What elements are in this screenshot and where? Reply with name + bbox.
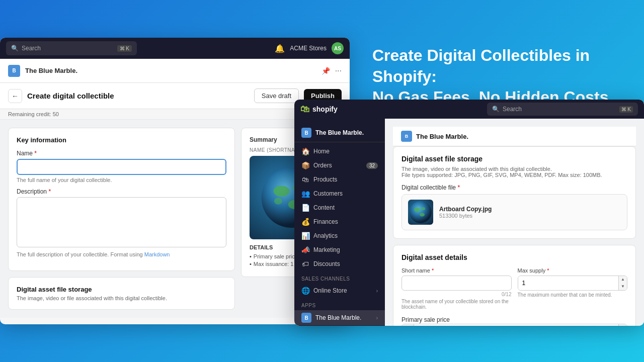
description-label-text: Description xyxy=(17,188,47,195)
front-window: 🛍 shopify 🔍 Search ⌘ K B The Blue Marble… xyxy=(294,100,644,326)
headline-section: Create Digital Collectibles in Shopify: … xyxy=(372,45,624,108)
back-search-bar[interactable]: 🔍 Search ⌘ K xyxy=(6,41,137,55)
analytics-icon: 📊 xyxy=(301,232,309,240)
front-main-scroll: Digital asset file storage The image, vi… xyxy=(393,146,636,326)
back-arrow-icon: ← xyxy=(12,92,19,100)
svg-point-4 xyxy=(274,198,282,204)
max-supply-decrement[interactable]: ▼ xyxy=(619,283,627,290)
store-name-label: ACME Stores xyxy=(290,45,327,52)
pin-icon: 📌 xyxy=(321,67,330,75)
finances-icon: 💰 xyxy=(301,218,309,226)
max-supply-required: * xyxy=(547,267,549,274)
avatar: AS xyxy=(332,42,344,54)
remaining-credit-text: Remaining credit: 50 xyxy=(8,111,59,117)
price-increment[interactable]: ▲ xyxy=(619,324,627,326)
app-blue-marble-icon: B xyxy=(301,313,311,323)
sidebar-store-name: The Blue Marble. xyxy=(315,129,364,136)
notification-bell-icon[interactable]: 🔔 xyxy=(275,44,285,53)
svg-point-1 xyxy=(273,186,289,196)
apps-section-label: Apps xyxy=(294,298,385,310)
short-name-input[interactable] xyxy=(401,276,512,291)
sidebar-item-home[interactable]: 🏠 Home xyxy=(294,144,385,158)
short-name-col: Short name * 0/12 The asset name of your… xyxy=(401,267,512,310)
sidebar-item-marketing[interactable]: 📣 Marketing xyxy=(294,243,385,257)
markdown-link[interactable]: Markdown xyxy=(144,251,170,257)
short-name-label: Short name * xyxy=(401,267,512,274)
description-hint-text: The full description of your collectible… xyxy=(17,251,226,257)
more-options-icon[interactable]: ··· xyxy=(335,66,342,75)
left-column: Key information Name * The full name of … xyxy=(8,128,235,310)
save-draft-button[interactable]: Save draft xyxy=(254,88,299,103)
sidebar-sub-digital-collectibles[interactable]: Digital Collectibles xyxy=(294,325,385,326)
asset-details-title: Digital asset details xyxy=(401,253,627,261)
file-storage-desc: The image, video or file associated with… xyxy=(401,166,627,178)
sidebar-app-blue-marble[interactable]: B The Blue Marble. › xyxy=(294,310,385,325)
sidebar-item-finances[interactable]: 💰 Finances xyxy=(294,215,385,229)
front-search-placeholder: Search xyxy=(503,106,522,113)
max-supply-col: Max supply * 1 ▲ ▼ The maximum number t xyxy=(518,267,628,310)
description-field-group: Description * The full description of yo… xyxy=(17,188,226,257)
sidebar-wrapper: B The Blue Marble. 🏠 Home 📦 Orders 32 xyxy=(294,124,385,321)
sidebar-item-customers[interactable]: 👥 Customers xyxy=(294,187,385,201)
discounts-icon: 🏷 xyxy=(301,260,309,268)
content-icon: 📄 xyxy=(301,204,309,212)
search-placeholder-text: Search xyxy=(22,45,41,52)
file-required-marker: * xyxy=(457,184,460,191)
price-prefix: $ xyxy=(402,324,414,326)
file-info: Artboard Copy.jpg 513300 bytes xyxy=(439,206,492,219)
back-button[interactable]: ← xyxy=(8,89,22,103)
app-logo: B xyxy=(8,65,20,77)
sidebar-item-finances-label: Finances xyxy=(313,218,338,225)
description-required-marker: * xyxy=(48,188,51,195)
name-hint-text: The full name of your digital collectibl… xyxy=(17,177,226,183)
name-field-group: Name * The full name of your digital col… xyxy=(17,150,226,183)
home-icon: 🏠 xyxy=(301,147,309,155)
shopify-bag-icon: 🛍 xyxy=(300,104,309,115)
svg-point-6 xyxy=(414,208,420,212)
sales-channels-chevron: › xyxy=(376,288,378,294)
front-search-bar[interactable]: 🔍 Search ⌘ K xyxy=(487,103,638,116)
max-supply-label-text: Max supply xyxy=(518,267,546,274)
marketing-icon: 📣 xyxy=(301,246,309,254)
key-info-card: Key information Name * The full name of … xyxy=(8,128,235,271)
front-store-name: The Blue Marble. xyxy=(416,133,468,140)
store-label: The Blue Marble. xyxy=(25,67,77,74)
file-storage-title: Digital asset file storage xyxy=(401,155,627,163)
max-supply-hint: The maximum number that can be minted. xyxy=(518,292,628,298)
file-storage-desc2: File types supported: JPG, PNG, GIF, SVG… xyxy=(401,172,627,178)
name-label-text: Name xyxy=(17,150,33,157)
price-input-group: $ ▲ ▼ xyxy=(401,324,627,326)
primary-sale-price-group: Primary sale price $ ▲ ▼ The price to pu… xyxy=(401,315,627,326)
front-main-content: B The Blue Marble. Digital asset file st… xyxy=(385,119,644,326)
name-required-marker: * xyxy=(34,150,37,157)
max-supply-input-group: 1 ▲ ▼ xyxy=(518,276,628,291)
description-input[interactable] xyxy=(17,197,226,247)
sidebar-item-orders[interactable]: 📦 Orders 32 xyxy=(294,158,385,172)
orders-badge: 32 xyxy=(366,162,378,169)
sidebar-item-discounts[interactable]: 🏷 Discounts xyxy=(294,257,385,271)
file-storage-card: Digital asset file storage The image, vi… xyxy=(393,146,636,239)
sidebar-item-online-store[interactable]: 🌐 Online Store › xyxy=(294,284,385,298)
name-input[interactable] xyxy=(17,159,226,175)
front-topbar: 🛍 shopify 🔍 Search ⌘ K xyxy=(294,100,644,119)
customers-icon: 👥 xyxy=(301,190,309,198)
price-input[interactable] xyxy=(414,324,618,326)
sidebar-item-marketing-label: Marketing xyxy=(313,246,340,253)
sidebar-item-discounts-label: Discounts xyxy=(313,260,340,267)
headline-text: Create Digital Collectibles in Shopify: … xyxy=(372,45,624,108)
max-supply-input[interactable]: 1 xyxy=(518,276,619,290)
sub-header: B The Blue Marble. 📌 ··· xyxy=(0,59,350,83)
sidebar-app-blue-marble-label: The Blue Marble. xyxy=(315,314,361,321)
shopify-logo-text: shopify xyxy=(312,105,338,113)
short-name-counter: 0/12 xyxy=(401,292,512,297)
file-thumbnail xyxy=(408,200,433,225)
key-info-title: Key information xyxy=(17,136,226,144)
max-supply-increment[interactable]: ▲ xyxy=(619,276,627,283)
sidebar-item-analytics[interactable]: 📊 Analytics xyxy=(294,229,385,243)
sidebar-item-content[interactable]: 📄 Content xyxy=(294,201,385,215)
front-kbd-shortcut: ⌘ K xyxy=(619,106,633,113)
sidebar-store-item: B The Blue Marble. xyxy=(294,124,385,142)
sidebar-item-products[interactable]: 🛍 Products xyxy=(294,172,385,187)
front-store-icon: B xyxy=(401,131,412,142)
short-name-required: * xyxy=(432,267,434,274)
